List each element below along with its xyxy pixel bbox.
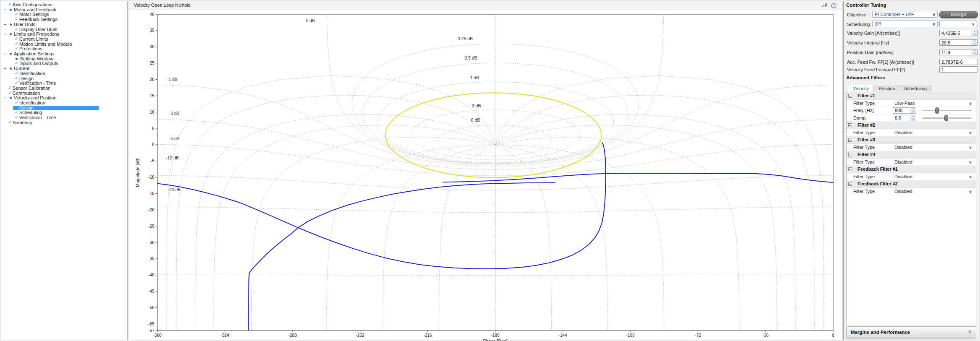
filter-type-select[interactable]: Disabled∨	[893, 174, 974, 180]
filter-slider[interactable]	[922, 117, 972, 119]
tree-item-summary[interactable]: ✓Summary	[1, 120, 127, 125]
check-icon: ✓	[15, 71, 18, 76]
collapse-box-icon[interactable]: −	[848, 182, 852, 186]
contour-label: 1 dB	[470, 75, 479, 80]
filter-type-select[interactable]: Disabled∨	[893, 159, 974, 165]
tab-velocity[interactable]: Velocity	[848, 85, 874, 91]
contour-label: 3 dB	[472, 103, 481, 108]
acc.-feed-input[interactable]: 2,7837E-6	[939, 59, 978, 65]
collapse-icon[interactable]: −	[4, 96, 6, 101]
nichols-chart-panel: Velocity Open Loop Nichols 0 dB0.25 dB0.…	[129, 1, 842, 340]
y-tick-label: -40	[149, 273, 155, 277]
chevron-down-icon: ∨	[932, 11, 936, 18]
m-contour-0.25dB	[352, 44, 639, 164]
filter-value-input[interactable]: 800˄˅	[893, 107, 916, 114]
y-tick-label: -45	[149, 289, 155, 294]
slider-thumb[interactable]	[935, 107, 939, 114]
collapse-box-icon[interactable]: −	[848, 138, 852, 142]
filter-row-label: Filter Type	[853, 189, 875, 194]
filter-row-label: Filter Type	[853, 174, 875, 179]
filter-group-feedback-filter-2: −Feedback Filter #2	[847, 180, 976, 188]
velocity-gain-input[interactable]: 4,435E-5˄˅	[939, 30, 978, 36]
tab-position[interactable]: Position	[875, 85, 899, 91]
filter-value-input[interactable]: 0,6˄˅	[893, 115, 916, 121]
x-tick-label: -72	[695, 333, 701, 338]
x-tick-label: -360	[153, 333, 162, 338]
check-icon: ✓	[15, 115, 18, 120]
velocity-integral-input[interactable]: 20,5˄˅	[939, 39, 978, 46]
check-icon: ✓	[15, 81, 18, 86]
spin-down-icon[interactable]: ˅	[972, 43, 977, 45]
filter-row: Filter TypeDisabled∨	[847, 159, 976, 166]
y-tick-label: -50	[149, 305, 155, 310]
scheduling-extra-select[interactable]: ∨	[939, 21, 977, 27]
filter-slider[interactable]	[922, 110, 972, 111]
open-loop-highfreq-branch	[249, 183, 555, 331]
y-tick-label: 5	[152, 126, 154, 131]
filter-type-select[interactable]: Disabled∨	[893, 188, 974, 195]
plot-area: 0 dB0.25 dB0.5 dB1 dB3 dB6 dB-1 dB-3 dB-…	[157, 14, 833, 341]
filter-type-select[interactable]: Disabled∨	[893, 130, 974, 136]
field-label: Velocity Gain [A/(cnt/sec)]	[847, 31, 900, 36]
check-icon: ✓	[8, 86, 12, 91]
tree-item-sensor-calibration[interactable]: ✓Sensor Calibration	[1, 86, 127, 91]
tree-item-axis-configurations[interactable]: ✓Axis Configurations	[1, 3, 127, 8]
tab-scheduling[interactable]: Scheduling	[900, 85, 931, 91]
collapse-icon[interactable]: −	[4, 32, 6, 37]
filter-row-label: Filter Type	[853, 130, 875, 135]
scheduling-select[interactable]: Off∨	[872, 21, 938, 27]
contour-label: -3 dB	[169, 111, 180, 116]
x-tick-label: -324	[221, 333, 229, 338]
collapse-icon[interactable]: −	[4, 22, 6, 27]
spinner: ˄˅	[972, 30, 977, 36]
spin-down-icon[interactable]: ˅	[972, 52, 977, 55]
y-axis-title: Magnitude [dB]	[135, 158, 140, 187]
tree-item-identification[interactable]: ✓Identification	[1, 71, 127, 76]
spin-down-icon[interactable]: ˅	[972, 33, 977, 36]
filter-row-label: Damp.	[853, 115, 867, 120]
n-contour--340deg	[195, 115, 495, 341]
spinner: ˄˅	[972, 40, 977, 45]
collapse-box-icon[interactable]: −	[848, 167, 852, 171]
check-icon: ✓	[8, 91, 12, 96]
check-icon: ✓	[15, 17, 18, 22]
n-contour--350deg	[176, 95, 495, 341]
y-tick-label: 10	[150, 110, 155, 115]
n-contour--330deg	[214, 125, 495, 341]
filter-type-select[interactable]: Disabled∨	[893, 144, 974, 151]
collapse-box-icon[interactable]: −	[848, 94, 852, 98]
position-gain-input[interactable]: 11,9˄˅	[939, 49, 978, 55]
contour-label: -1 dB	[167, 77, 177, 82]
tree-item-user-units[interactable]: −User Units	[1, 22, 127, 27]
x-tick-label: 0	[832, 333, 834, 338]
design-button[interactable]: Design	[939, 11, 978, 18]
objective-select[interactable]: PI Controller + LPF∨	[872, 11, 938, 18]
check-icon: ✓	[15, 36, 18, 42]
objective-label: Objective	[847, 12, 866, 17]
spin-up-icon[interactable]: ˄	[911, 115, 915, 118]
open-loop-main-curve	[157, 143, 606, 269]
x-tick-label: -288	[288, 333, 297, 338]
filter-type-select[interactable]: Low-Pass∨	[893, 100, 974, 107]
contour-label: 0 dB	[306, 18, 315, 23]
spin-down-icon[interactable]: ˅	[911, 111, 915, 113]
margins-performance-bar[interactable]: Margins and Performance »	[846, 326, 976, 339]
collapse-box-icon[interactable]: −	[848, 123, 852, 127]
collapse-icon[interactable]: −	[4, 66, 6, 71]
collapse-icon[interactable]: −	[4, 8, 6, 13]
collapse-box-icon[interactable]: −	[848, 153, 852, 156]
velocity-feed-input[interactable]: 1	[939, 66, 978, 73]
tree-item-application-settings[interactable]: −Application Settings	[1, 52, 127, 57]
tree-item-identification[interactable]: ✓Identification	[1, 101, 127, 106]
x-tick-label: -144	[559, 333, 567, 338]
tree-item-label: Identification	[19, 71, 45, 76]
y-tick-label: -55	[149, 322, 155, 326]
collapse-icon[interactable]: −	[4, 52, 6, 57]
x-tick-label: -108	[626, 333, 635, 338]
y-tick-label: 40	[150, 12, 155, 17]
slider-thumb[interactable]	[944, 115, 948, 121]
tree-item-current-limits[interactable]: ✓Current Limits	[1, 37, 127, 42]
chevron-down-icon: ∨	[969, 130, 972, 136]
filter-group-filter-2: −Filter #2	[847, 122, 976, 129]
spin-down-icon[interactable]: ˅	[911, 118, 915, 121]
